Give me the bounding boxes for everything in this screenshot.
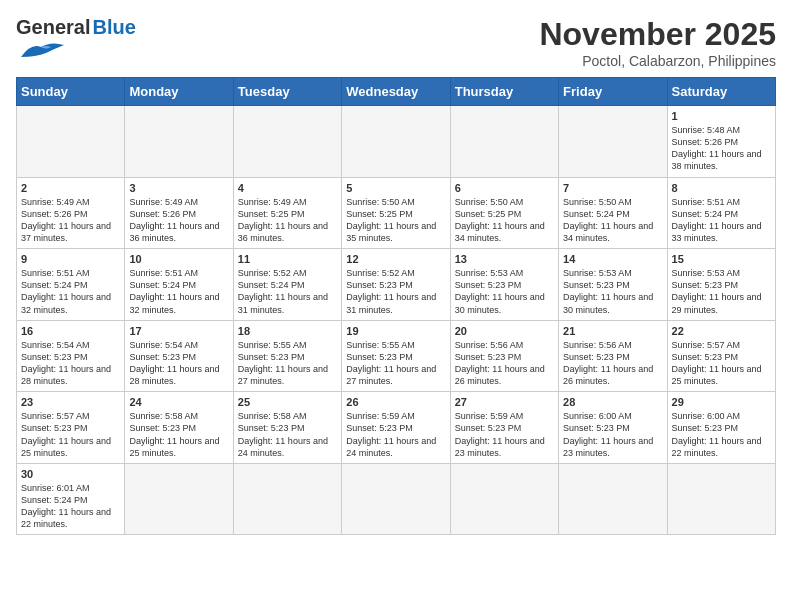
- sunrise-label: Sunrise: 5:50 AM: [346, 197, 415, 207]
- calendar-cell: 7Sunrise: 5:50 AMSunset: 5:24 PMDaylight…: [559, 177, 667, 249]
- calendar-cell: 28Sunrise: 6:00 AMSunset: 5:23 PMDayligh…: [559, 392, 667, 464]
- sunrise-label: Sunrise: 5:50 AM: [455, 197, 524, 207]
- day-number: 11: [238, 253, 337, 265]
- day-number: 7: [563, 182, 662, 194]
- day-number: 8: [672, 182, 771, 194]
- cell-content: Sunrise: 5:48 AMSunset: 5:26 PMDaylight:…: [672, 124, 771, 173]
- daylight-label: Daylight: 11 hours and 32 minutes.: [21, 292, 111, 314]
- cell-content: Sunrise: 6:00 AMSunset: 5:23 PMDaylight:…: [672, 410, 771, 459]
- calendar-cell: [233, 106, 341, 178]
- day-number: 15: [672, 253, 771, 265]
- cell-content: Sunrise: 5:55 AMSunset: 5:23 PMDaylight:…: [238, 339, 337, 388]
- daylight-label: Daylight: 11 hours and 25 minutes.: [672, 364, 762, 386]
- weekday-header-tuesday: Tuesday: [233, 78, 341, 106]
- calendar-cell: 13Sunrise: 5:53 AMSunset: 5:23 PMDayligh…: [450, 249, 558, 321]
- daylight-label: Daylight: 11 hours and 30 minutes.: [563, 292, 653, 314]
- daylight-label: Daylight: 11 hours and 36 minutes.: [238, 221, 328, 243]
- sunset-label: Sunset: 5:24 PM: [129, 280, 196, 290]
- daylight-label: Daylight: 11 hours and 23 minutes.: [455, 436, 545, 458]
- calendar-cell: 4Sunrise: 5:49 AMSunset: 5:25 PMDaylight…: [233, 177, 341, 249]
- daylight-label: Daylight: 11 hours and 22 minutes.: [672, 436, 762, 458]
- day-number: 18: [238, 325, 337, 337]
- calendar-cell: 15Sunrise: 5:53 AMSunset: 5:23 PMDayligh…: [667, 249, 775, 321]
- sunrise-label: Sunrise: 5:58 AM: [238, 411, 307, 421]
- sunrise-label: Sunrise: 5:53 AM: [455, 268, 524, 278]
- sunrise-label: Sunrise: 5:54 AM: [129, 340, 198, 350]
- calendar-cell: 24Sunrise: 5:58 AMSunset: 5:23 PMDayligh…: [125, 392, 233, 464]
- daylight-label: Daylight: 11 hours and 27 minutes.: [238, 364, 328, 386]
- calendar-cell: 2Sunrise: 5:49 AMSunset: 5:26 PMDaylight…: [17, 177, 125, 249]
- weekday-header-friday: Friday: [559, 78, 667, 106]
- calendar-header-row: SundayMondayTuesdayWednesdayThursdayFrid…: [17, 78, 776, 106]
- calendar-cell: 10Sunrise: 5:51 AMSunset: 5:24 PMDayligh…: [125, 249, 233, 321]
- weekday-header-wednesday: Wednesday: [342, 78, 450, 106]
- sunset-label: Sunset: 5:23 PM: [21, 423, 88, 433]
- calendar-cell: 6Sunrise: 5:50 AMSunset: 5:25 PMDaylight…: [450, 177, 558, 249]
- cell-content: Sunrise: 5:53 AMSunset: 5:23 PMDaylight:…: [672, 267, 771, 316]
- sunset-label: Sunset: 5:23 PM: [21, 352, 88, 362]
- calendar-week-row: 9Sunrise: 5:51 AMSunset: 5:24 PMDaylight…: [17, 249, 776, 321]
- sunset-label: Sunset: 5:23 PM: [129, 352, 196, 362]
- sunrise-label: Sunrise: 5:59 AM: [346, 411, 415, 421]
- calendar-cell: 25Sunrise: 5:58 AMSunset: 5:23 PMDayligh…: [233, 392, 341, 464]
- sunset-label: Sunset: 5:24 PM: [21, 495, 88, 505]
- day-number: 30: [21, 468, 120, 480]
- sunset-label: Sunset: 5:23 PM: [129, 423, 196, 433]
- daylight-label: Daylight: 11 hours and 25 minutes.: [129, 436, 219, 458]
- sunset-label: Sunset: 5:23 PM: [672, 280, 739, 290]
- cell-content: Sunrise: 5:51 AMSunset: 5:24 PMDaylight:…: [672, 196, 771, 245]
- day-number: 22: [672, 325, 771, 337]
- day-number: 4: [238, 182, 337, 194]
- sunset-label: Sunset: 5:23 PM: [455, 423, 522, 433]
- daylight-label: Daylight: 11 hours and 38 minutes.: [672, 149, 762, 171]
- weekday-header-thursday: Thursday: [450, 78, 558, 106]
- cell-content: Sunrise: 5:58 AMSunset: 5:23 PMDaylight:…: [238, 410, 337, 459]
- day-number: 28: [563, 396, 662, 408]
- calendar-cell: 5Sunrise: 5:50 AMSunset: 5:25 PMDaylight…: [342, 177, 450, 249]
- daylight-label: Daylight: 11 hours and 35 minutes.: [346, 221, 436, 243]
- day-number: 26: [346, 396, 445, 408]
- cell-content: Sunrise: 5:57 AMSunset: 5:23 PMDaylight:…: [21, 410, 120, 459]
- daylight-label: Daylight: 11 hours and 25 minutes.: [21, 436, 111, 458]
- sunrise-label: Sunrise: 5:58 AM: [129, 411, 198, 421]
- daylight-label: Daylight: 11 hours and 27 minutes.: [346, 364, 436, 386]
- calendar-cell: 29Sunrise: 6:00 AMSunset: 5:23 PMDayligh…: [667, 392, 775, 464]
- calendar-cell: 3Sunrise: 5:49 AMSunset: 5:26 PMDaylight…: [125, 177, 233, 249]
- sunrise-label: Sunrise: 5:49 AM: [238, 197, 307, 207]
- daylight-label: Daylight: 11 hours and 33 minutes.: [672, 221, 762, 243]
- sunrise-label: Sunrise: 5:49 AM: [21, 197, 90, 207]
- day-number: 9: [21, 253, 120, 265]
- cell-content: Sunrise: 6:01 AMSunset: 5:24 PMDaylight:…: [21, 482, 120, 531]
- calendar-table: SundayMondayTuesdayWednesdayThursdayFrid…: [16, 77, 776, 535]
- daylight-label: Daylight: 11 hours and 26 minutes.: [563, 364, 653, 386]
- calendar-cell: 30Sunrise: 6:01 AMSunset: 5:24 PMDayligh…: [17, 463, 125, 535]
- day-number: 19: [346, 325, 445, 337]
- page-header: General Blue November 2025 Poctol, Calab…: [16, 16, 776, 69]
- sunset-label: Sunset: 5:26 PM: [129, 209, 196, 219]
- calendar-cell: [125, 463, 233, 535]
- calendar-cell: 17Sunrise: 5:54 AMSunset: 5:23 PMDayligh…: [125, 320, 233, 392]
- sunrise-label: Sunrise: 5:56 AM: [455, 340, 524, 350]
- day-number: 20: [455, 325, 554, 337]
- day-number: 3: [129, 182, 228, 194]
- cell-content: Sunrise: 5:50 AMSunset: 5:25 PMDaylight:…: [346, 196, 445, 245]
- cell-content: Sunrise: 5:58 AMSunset: 5:23 PMDaylight:…: [129, 410, 228, 459]
- daylight-label: Daylight: 11 hours and 34 minutes.: [563, 221, 653, 243]
- weekday-header-monday: Monday: [125, 78, 233, 106]
- sunrise-label: Sunrise: 6:01 AM: [21, 483, 90, 493]
- cell-content: Sunrise: 5:50 AMSunset: 5:24 PMDaylight:…: [563, 196, 662, 245]
- calendar-cell: 11Sunrise: 5:52 AMSunset: 5:24 PMDayligh…: [233, 249, 341, 321]
- sunset-label: Sunset: 5:25 PM: [238, 209, 305, 219]
- sunrise-label: Sunrise: 5:51 AM: [129, 268, 198, 278]
- cell-content: Sunrise: 5:57 AMSunset: 5:23 PMDaylight:…: [672, 339, 771, 388]
- sunrise-label: Sunrise: 5:59 AM: [455, 411, 524, 421]
- day-number: 17: [129, 325, 228, 337]
- cell-content: Sunrise: 5:56 AMSunset: 5:23 PMDaylight:…: [563, 339, 662, 388]
- calendar-cell: [125, 106, 233, 178]
- sunset-label: Sunset: 5:23 PM: [672, 423, 739, 433]
- sunrise-label: Sunrise: 5:56 AM: [563, 340, 632, 350]
- cell-content: Sunrise: 5:54 AMSunset: 5:23 PMDaylight:…: [129, 339, 228, 388]
- calendar-cell: [450, 106, 558, 178]
- day-number: 24: [129, 396, 228, 408]
- calendar-cell: [450, 463, 558, 535]
